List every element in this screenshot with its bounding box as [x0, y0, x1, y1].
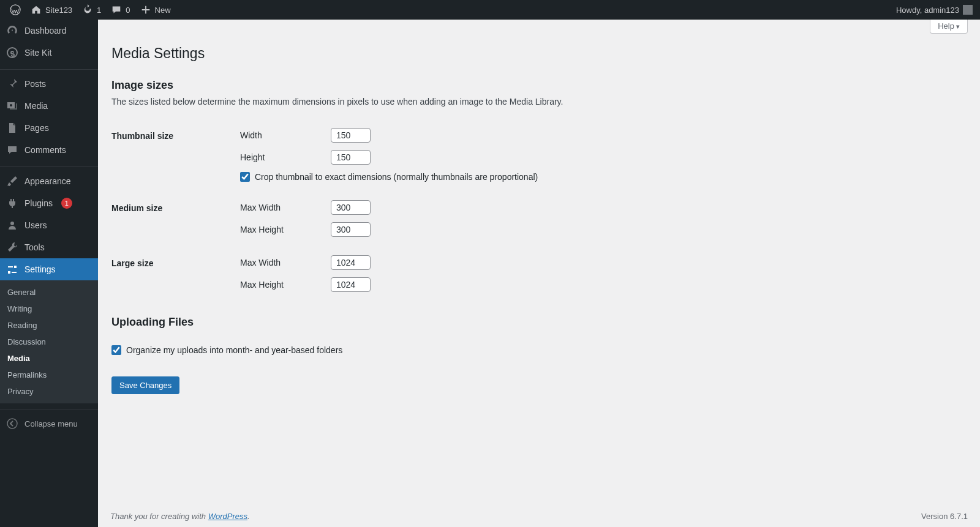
plugin-icon	[6, 197, 18, 209]
menu-label: Dashboard	[24, 26, 67, 36]
sitekit-icon	[6, 47, 18, 59]
menu-comments[interactable]: Comments	[0, 139, 98, 161]
screen-meta: Help	[98, 20, 980, 34]
plugins-badge: 1	[61, 198, 72, 209]
menu-label: Comments	[24, 145, 66, 155]
svg-point-4	[10, 222, 14, 225]
save-button[interactable]: Save Changes	[111, 376, 179, 394]
page-title: Media Settings	[111, 40, 968, 64]
upload-table: Organize my uploads into month- and year…	[111, 334, 968, 364]
menu-separator	[0, 164, 98, 167]
large-width-row: Max Width	[240, 255, 962, 270]
collapse-label: Collapse menu	[24, 419, 78, 428]
thumbnail-fields: Width Height Crop thumbnail to exact dim…	[234, 119, 968, 191]
medium-width-input[interactable]	[331, 200, 371, 215]
medium-fields: Max Width Max Height	[234, 191, 968, 246]
thumb-width-label: Width	[240, 130, 331, 140]
section-upload: Uploading Files	[111, 316, 968, 329]
help-tab[interactable]: Help	[930, 20, 968, 34]
thumb-height-row: Height	[240, 150, 962, 165]
brush-icon	[6, 175, 18, 187]
large-fields: Max Width Max Height	[234, 246, 968, 301]
submenu-discussion[interactable]: Discussion	[0, 334, 98, 350]
thumb-crop-row[interactable]: Crop thumbnail to exact dimensions (norm…	[240, 172, 962, 182]
organize-row-label[interactable]: Organize my uploads into month- and year…	[111, 345, 962, 355]
settings-submenu: General Writing Reading Discussion Media…	[0, 280, 98, 403]
greeting-text: Howdy, admin123	[896, 6, 959, 15]
large-width-label: Max Width	[240, 258, 331, 267]
users-icon	[6, 219, 18, 231]
organize-cell: Organize my uploads into month- and year…	[111, 334, 968, 364]
menu-posts[interactable]: Posts	[0, 73, 98, 95]
thumb-crop-checkbox[interactable]	[240, 172, 250, 182]
menu-label: Pages	[24, 123, 49, 133]
menu-users[interactable]: Users	[0, 214, 98, 236]
menu-appearance[interactable]: Appearance	[0, 170, 98, 192]
menu-label: Site Kit	[24, 48, 51, 58]
update-icon	[82, 4, 93, 15]
page-icon	[6, 122, 18, 134]
menu-pages[interactable]: Pages	[0, 117, 98, 139]
comment-icon	[6, 144, 18, 156]
large-row: Large size Max Width Max Height	[111, 246, 968, 301]
new-label: New	[155, 6, 171, 15]
medium-heading: Medium size	[111, 191, 234, 246]
menu-media[interactable]: Media	[0, 95, 98, 117]
submenu-writing[interactable]: Writing	[0, 301, 98, 317]
menu-settings[interactable]: Settings	[0, 258, 98, 280]
submenu-privacy[interactable]: Privacy	[0, 383, 98, 400]
site-name-text: Site123	[45, 6, 72, 15]
menu-label: Plugins	[24, 198, 53, 208]
menu-tools[interactable]: Tools	[0, 236, 98, 258]
content-area: Help Media Settings Image sizes The size…	[98, 0, 980, 527]
svg-point-3	[10, 104, 12, 107]
admin-sidebar: Dashboard Site Kit Posts Media Pages Com…	[0, 20, 98, 527]
section-image-sizes: Image sizes	[111, 79, 968, 92]
site-name-link[interactable]: Site123	[26, 0, 77, 20]
toolbar-left: Site123 1 0 New	[5, 0, 176, 20]
large-height-row: Max Height	[240, 277, 962, 292]
thumb-width-row: Width	[240, 128, 962, 143]
menu-dashboard[interactable]: Dashboard	[0, 20, 98, 42]
medium-width-row: Max Width	[240, 200, 962, 215]
submenu-reading[interactable]: Reading	[0, 317, 98, 334]
submenu-general[interactable]: General	[0, 284, 98, 301]
wrench-icon	[6, 241, 18, 253]
menu-label: Tools	[24, 242, 45, 252]
large-height-input[interactable]	[331, 277, 371, 292]
wp-logo[interactable]	[5, 0, 26, 20]
submenu-media[interactable]: Media	[0, 350, 98, 367]
menu-separator	[0, 406, 98, 409]
large-width-input[interactable]	[331, 255, 371, 270]
menu-label: Users	[24, 220, 47, 230]
comments-count: 0	[126, 6, 130, 15]
organize-checkbox[interactable]	[111, 345, 121, 355]
collapse-menu[interactable]: Collapse menu	[0, 413, 98, 435]
wordpress-icon	[10, 4, 21, 15]
menu-sitekit[interactable]: Site Kit	[0, 42, 98, 64]
image-sizes-desc: The sizes listed below determine the max…	[111, 97, 968, 107]
thumb-height-input[interactable]	[331, 150, 371, 165]
medium-height-input[interactable]	[331, 222, 371, 237]
wp-link[interactable]: WordPress	[208, 512, 247, 521]
organize-row: Organize my uploads into month- and year…	[111, 334, 968, 364]
footer: Thank you for creating with WordPress. V…	[98, 506, 980, 527]
updates-count: 1	[97, 6, 101, 15]
medium-width-label: Max Width	[240, 203, 331, 212]
new-link[interactable]: New	[135, 0, 176, 20]
dashboard-icon	[6, 24, 18, 37]
comments-link[interactable]: 0	[106, 0, 135, 20]
sliders-icon	[6, 263, 18, 275]
svg-point-5	[7, 419, 17, 428]
thumbnail-heading: Thumbnail size	[111, 119, 234, 191]
medium-height-row: Max Height	[240, 222, 962, 237]
menu-plugins[interactable]: Plugins 1	[0, 192, 98, 214]
collapse-icon	[6, 417, 18, 430]
submenu-permalinks[interactable]: Permalinks	[0, 367, 98, 383]
updates-link[interactable]: 1	[77, 0, 106, 20]
thumb-width-input[interactable]	[331, 128, 371, 143]
toolbar-right[interactable]: Howdy, admin123	[896, 5, 975, 15]
menu-label: Posts	[24, 79, 46, 89]
media-icon	[6, 100, 18, 112]
thanks-prefix: Thank you for creating with	[110, 512, 208, 521]
